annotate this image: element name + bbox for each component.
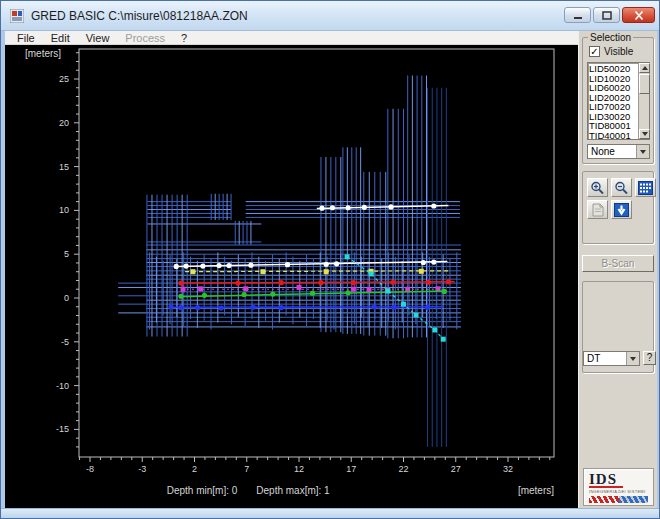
scroll-down-button[interactable]: [639, 129, 650, 139]
x-axis-unit-label: [meters]: [484, 485, 554, 496]
dt-dropdown-value: DT: [584, 353, 626, 364]
report-icon: [591, 203, 605, 217]
zoom-out-button[interactable]: [611, 178, 632, 197]
visible-checkbox-label: Visible: [604, 46, 633, 57]
depth-max-label: Depth max[m]: 1: [229, 485, 357, 496]
maximize-button[interactable]: [593, 7, 620, 23]
chart-svg[interactable]: -8-3271217222732-15-10-50510152025: [5, 45, 578, 508]
selection-listbox[interactable]: LID50020LID10020LID60020LID20020LID70020…: [587, 62, 650, 140]
bscan-button[interactable]: B-Scan: [582, 255, 654, 272]
window-frame-bottom: [1, 508, 660, 519]
app-icon: [10, 9, 24, 23]
svg-text:15: 15: [59, 162, 69, 172]
selection-legend: Selection: [588, 32, 633, 43]
report-button[interactable]: [587, 200, 608, 219]
svg-text:-5: -5: [61, 337, 69, 347]
tools-groupbox: [582, 171, 654, 244]
scrollbar-thumb[interactable]: [639, 74, 650, 94]
zoom-out-icon: [614, 181, 629, 195]
menubar: FileEditViewProcess?: [5, 31, 578, 45]
arrow-down-icon: [642, 132, 648, 136]
svg-text:-8: -8: [86, 464, 94, 474]
svg-text:20: 20: [59, 118, 69, 128]
chevron-down-icon: [640, 150, 646, 154]
window-title: GRED BASIC C:\misure\081218AA.ZON: [31, 9, 248, 23]
selection-mode-dropdown[interactable]: None: [587, 144, 650, 159]
close-icon: [634, 11, 644, 20]
selection-mode-value: None: [588, 146, 636, 157]
ids-logo-subtext: INGEGNERIA DEI SISTEMI: [589, 489, 648, 494]
dt-dropdown[interactable]: DT: [583, 351, 640, 366]
svg-text:25: 25: [59, 74, 69, 84]
selection-groupbox: Selection ✓ Visible LID50020LID10020LID6…: [582, 37, 654, 164]
plot-region: -8-3271217222732-15-10-50510152025 [mete…: [5, 45, 578, 508]
svg-text:27: 27: [451, 464, 461, 474]
arrow-up-icon: [642, 66, 648, 70]
svg-text:22: 22: [398, 464, 408, 474]
window-frame-left: [1, 31, 5, 508]
download-arrow-icon: [614, 203, 629, 217]
menu-item-file[interactable]: File: [9, 31, 43, 45]
svg-text:32: 32: [503, 464, 513, 474]
menu-item-edit[interactable]: Edit: [43, 31, 78, 45]
app-window: GRED BASIC C:\misure\081218AA.ZON FileEd…: [0, 0, 660, 519]
grid-view-button[interactable]: [635, 178, 656, 197]
ids-logo-stripes: [589, 496, 648, 503]
sidebar: Selection ✓ Visible LID50020LID10020LID6…: [578, 31, 657, 508]
zoom-in-button[interactable]: [587, 178, 608, 197]
grid-view-icon: [638, 181, 653, 195]
svg-text:0: 0: [64, 293, 69, 303]
svg-text:2: 2: [192, 464, 197, 474]
menu-item-help[interactable]: ?: [173, 31, 195, 45]
ids-logo: IDS INGEGNERIA DEI SISTEMI: [583, 468, 654, 506]
minimize-button[interactable]: [564, 7, 591, 23]
svg-text:17: 17: [346, 464, 356, 474]
menu-item-process[interactable]: Process: [117, 31, 173, 45]
svg-text:-3: -3: [138, 464, 146, 474]
menu-item-view[interactable]: View: [78, 31, 118, 45]
svg-text:5: 5: [64, 249, 69, 259]
maximize-icon: [602, 11, 612, 20]
list-item[interactable]: TID40001: [588, 131, 638, 140]
download-button[interactable]: [611, 200, 632, 219]
y-axis-unit-label: [meters]: [25, 48, 61, 59]
svg-text:-10: -10: [56, 381, 69, 391]
svg-text:7: 7: [244, 464, 249, 474]
dt-dropdown-button[interactable]: [626, 352, 639, 365]
help-button[interactable]: ?: [643, 351, 656, 365]
dropdown-button[interactable]: [636, 145, 649, 158]
listbox-scrollbar[interactable]: [638, 63, 649, 139]
chevron-down-icon: [630, 357, 636, 361]
zoom-in-icon: [590, 181, 605, 195]
scroll-up-button[interactable]: [639, 63, 650, 73]
svg-text:12: 12: [294, 464, 304, 474]
visible-checkbox[interactable]: ✓: [589, 46, 600, 57]
ids-logo-text: IDS: [589, 472, 648, 486]
svg-text:-15: -15: [56, 424, 69, 434]
svg-text:10: 10: [59, 205, 69, 215]
minimize-icon: [573, 11, 583, 20]
close-button[interactable]: [622, 7, 655, 23]
titlebar: GRED BASIC C:\misure\081218AA.ZON: [1, 1, 660, 31]
